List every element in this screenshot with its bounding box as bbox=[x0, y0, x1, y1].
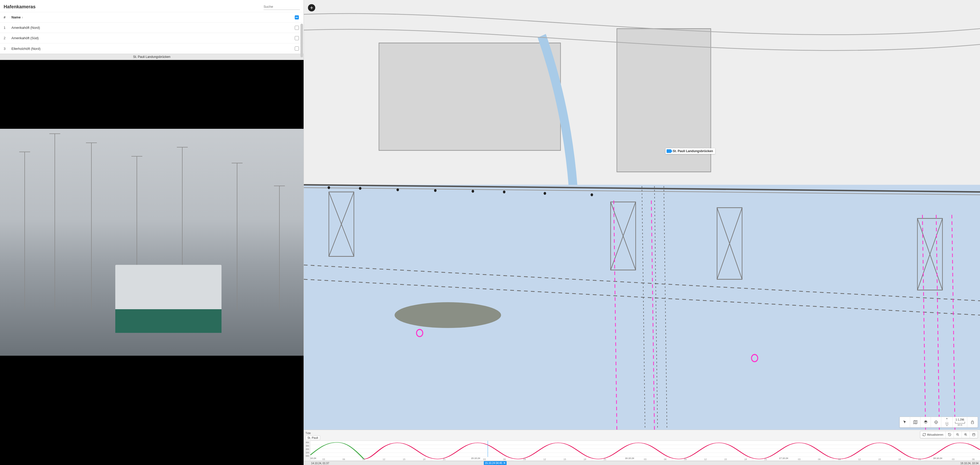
calendar-button[interactable] bbox=[970, 431, 978, 438]
select-all-checkbox[interactable] bbox=[295, 15, 299, 19]
svg-point-35 bbox=[544, 192, 546, 195]
svg-point-31 bbox=[396, 188, 399, 191]
svg-rect-43 bbox=[972, 433, 975, 436]
tide-date-range: 14.10.24, 01:37 15.10.24 04:45 ✕ 18.10.2… bbox=[304, 461, 980, 465]
column-header-number[interactable]: # bbox=[4, 15, 11, 19]
refresh-button[interactable]: Aktualisieren bbox=[920, 431, 946, 438]
tide-marker-badge[interactable]: 15.10.24 04:45 ✕ bbox=[484, 461, 507, 465]
camera-icon bbox=[667, 149, 671, 153]
expand-button[interactable] bbox=[308, 4, 315, 11]
tide-time-marker[interactable] bbox=[488, 441, 488, 457]
layers-button[interactable] bbox=[921, 417, 931, 427]
map-canvas[interactable]: St. Pauli Landungsbrücken ▲ - bbox=[304, 0, 980, 430]
search-input[interactable] bbox=[264, 4, 300, 10]
row-checkbox[interactable] bbox=[295, 26, 299, 30]
sort-asc-icon: ↑ bbox=[22, 16, 23, 19]
tide-controls: Aktualisieren bbox=[920, 431, 978, 438]
svg-point-32 bbox=[434, 189, 436, 192]
close-icon[interactable]: ✕ bbox=[503, 461, 506, 465]
tide-chart[interactable]: 03 06 09 12 15 18 21 03 06 09 12 15 18 2… bbox=[310, 441, 980, 461]
camera-list-title: Hafenkameras bbox=[4, 4, 36, 10]
svg-rect-39 bbox=[971, 422, 974, 424]
coordinate-readout: ▲ - 0.0 m bbox=[941, 417, 953, 427]
lock-button[interactable] bbox=[967, 417, 978, 427]
pointer-tool-button[interactable] bbox=[900, 417, 910, 427]
svg-point-18 bbox=[395, 302, 501, 328]
table-row[interactable]: 3 Ellerholzhöft (Nord) bbox=[0, 43, 304, 54]
svg-point-34 bbox=[503, 191, 506, 193]
history-button[interactable] bbox=[946, 431, 954, 438]
svg-point-30 bbox=[359, 187, 361, 190]
scale-indicator: 1:1.296 10 m bbox=[953, 417, 967, 427]
tide-station-tag[interactable]: St. Pauli bbox=[305, 435, 320, 440]
zoom-in-button[interactable] bbox=[962, 431, 970, 438]
tide-panel: Tide St. Pauli Aktualisieren bbox=[304, 430, 980, 465]
map-svg bbox=[304, 0, 980, 430]
basemap-button[interactable] bbox=[910, 417, 921, 427]
svg-point-33 bbox=[472, 190, 474, 193]
svg-point-38 bbox=[935, 422, 936, 422]
scrollbar[interactable] bbox=[301, 24, 303, 57]
zoom-out-button[interactable] bbox=[954, 431, 962, 438]
video-player[interactable] bbox=[0, 60, 304, 465]
svg-point-36 bbox=[590, 193, 593, 196]
table-row[interactable]: 1 Amerikahöft (Nord) bbox=[0, 22, 304, 33]
svg-rect-1 bbox=[379, 43, 560, 151]
locate-button[interactable] bbox=[931, 417, 941, 427]
row-checkbox[interactable] bbox=[295, 36, 299, 40]
svg-point-29 bbox=[328, 186, 330, 189]
column-header-name[interactable]: Name ↑ bbox=[11, 15, 294, 19]
tide-y-axis: 4m 3m 2m 1m 0m bbox=[304, 441, 310, 461]
tide-title: Tide bbox=[305, 432, 311, 435]
video-title: St. Pauli Landungsbrücken bbox=[0, 54, 304, 60]
map-camera-label[interactable]: St. Pauli Landungsbrücken bbox=[665, 148, 715, 154]
table-row[interactable]: 2 Amerikahöft (Süd) bbox=[0, 33, 304, 43]
svg-rect-3 bbox=[304, 185, 980, 430]
row-checkbox[interactable] bbox=[295, 46, 299, 51]
map-toolbar: ▲ - 0.0 m 1:1.296 10 m bbox=[899, 417, 978, 428]
